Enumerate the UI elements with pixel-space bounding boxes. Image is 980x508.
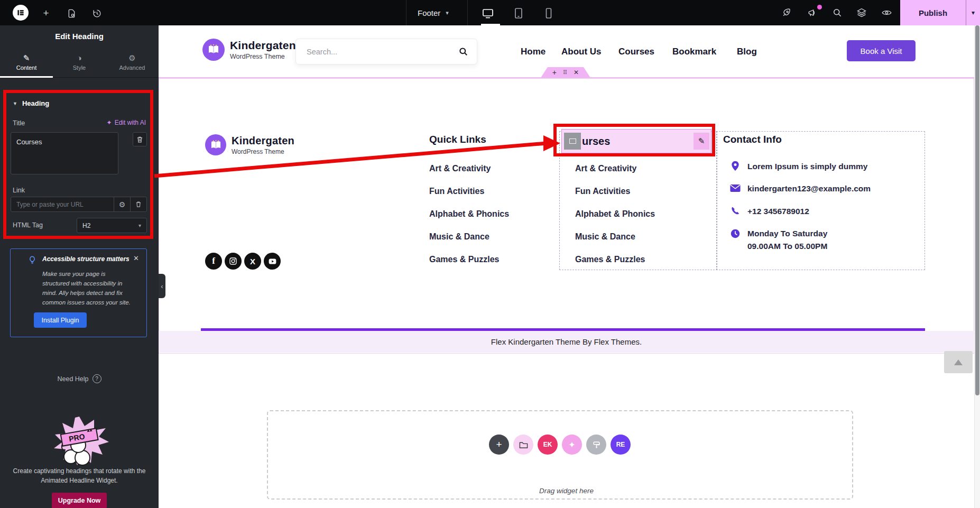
x-twitter-icon[interactable]: X <box>244 253 261 270</box>
html-tag-label: HTML Tag <box>13 221 43 229</box>
ai-sparkle-icon: ✦ <box>107 119 112 126</box>
structure-layers-icon[interactable] <box>856 7 867 19</box>
footer-link[interactable]: Alphabet & Phonics <box>429 209 509 219</box>
edit-with-ai-label: Edit with AI <box>115 119 146 126</box>
nav-bookmark[interactable]: Bookmark <box>672 47 716 57</box>
panel-title: Edit Heading <box>0 32 159 41</box>
heading-section-toggle[interactable]: ▼ Heading <box>13 99 49 107</box>
footer-link[interactable]: Music & Dance <box>575 232 635 242</box>
upgrade-now-button[interactable]: Upgrade Now <box>52 493 107 508</box>
nav-blog[interactable]: Blog <box>737 47 757 57</box>
scroll-to-top-button[interactable] <box>944 351 973 373</box>
link-trash-button[interactable] <box>130 197 146 211</box>
royal-addons-button[interactable]: RE <box>611 435 631 455</box>
add-element-icon[interactable]: + <box>40 7 52 19</box>
device-mobile-icon[interactable] <box>542 6 556 20</box>
search-button[interactable] <box>449 47 477 57</box>
device-tablet-icon[interactable] <box>512 6 525 20</box>
link-field-row: ⚙ <box>11 197 147 212</box>
topbar-divider <box>467 0 468 25</box>
publish-button[interactable]: Publish <box>900 0 966 25</box>
edit-pencil-icon[interactable]: ✎ <box>694 133 709 150</box>
footer-link[interactable]: Fun Activities <box>575 187 630 196</box>
add-section-icon[interactable]: + <box>552 69 557 76</box>
install-plugin-button[interactable]: Install Plugin <box>34 312 87 328</box>
document-switcher[interactable]: Footer ▾ <box>418 0 449 25</box>
publish-options-chevron[interactable]: ▾ <box>966 0 980 25</box>
pro-promo-illustration: PRO <box>48 415 111 466</box>
add-section-button[interactable]: + <box>489 435 509 455</box>
copyright-text: Flex Kindergarten Theme By Flex Themes. <box>491 337 642 346</box>
nav-home[interactable]: Home <box>521 47 546 57</box>
whats-new-megaphone-icon[interactable] <box>807 7 818 19</box>
contact-phone[interactable]: +12 3456789012 <box>747 207 809 216</box>
footer-link[interactable]: Fun Activities <box>429 187 484 196</box>
finder-search-icon[interactable] <box>831 7 843 19</box>
nav-courses[interactable]: Courses <box>618 47 654 57</box>
title-trash-button[interactable] <box>133 132 147 146</box>
tab-style[interactable]: ◑ Style <box>53 48 106 77</box>
template-library-button[interactable] <box>513 435 533 455</box>
preview-scrollbar-thumb[interactable] <box>975 25 979 395</box>
topbar-divider <box>406 0 406 25</box>
need-help-link[interactable]: Need Help ? <box>0 374 159 383</box>
edited-heading-text[interactable]: urses <box>582 135 610 147</box>
rocket-icon[interactable] <box>781 7 792 19</box>
contact-email[interactable]: kindergarten123@example.com <box>747 184 871 193</box>
elementskit-logo: EK <box>543 441 552 448</box>
delete-section-icon[interactable]: ✕ <box>574 69 579 76</box>
facebook-icon[interactable]: f <box>205 253 222 270</box>
elementskit-button[interactable]: EK <box>538 435 558 455</box>
contact-heading: Contact Info <box>723 134 782 145</box>
brand-book-icon <box>205 134 226 155</box>
contact-address: Lorem Ipsum is simply dummy <box>747 162 867 171</box>
lightbulb-icon <box>27 255 37 265</box>
link-field-label: Link <box>13 187 25 194</box>
site-logo[interactable]: Kindergaten WordPress Theme <box>202 39 296 61</box>
ai-button[interactable]: ✦ <box>562 435 582 455</box>
addon-button[interactable] <box>586 435 606 455</box>
link-settings-button[interactable]: ⚙ <box>114 197 130 211</box>
brand-book-icon <box>202 39 225 61</box>
nav-about-us[interactable]: About Us <box>561 47 602 57</box>
trash-icon <box>135 201 142 208</box>
chevron-down-icon: ▾ <box>446 10 449 16</box>
preview-eye-icon[interactable] <box>881 7 892 19</box>
search-input[interactable] <box>296 48 449 56</box>
tab-advanced[interactable]: ⚙ Advanced <box>106 48 159 77</box>
envelope-icon <box>730 184 741 192</box>
title-input[interactable]: Courses <box>11 132 118 174</box>
html-tag-select[interactable]: H2 ▾ <box>77 218 147 233</box>
notice-title: Accessible structure matters <box>42 255 130 263</box>
book-a-visit-button[interactable]: Book a Visit <box>847 40 916 61</box>
elementor-logo[interactable] <box>13 5 29 21</box>
drag-section-icon[interactable]: ⠿ <box>563 70 567 76</box>
html-tag-value: H2 <box>82 222 90 229</box>
heading-inline-editor[interactable]: urses ✎ <box>561 129 711 153</box>
footer-link[interactable]: Alphabet & Phonics <box>575 209 655 219</box>
page-settings-icon[interactable] <box>66 7 77 19</box>
footer-link[interactable]: Art & Creativity <box>575 164 636 173</box>
widget-drag-handle-icon[interactable] <box>564 133 581 150</box>
history-icon[interactable] <box>91 7 103 19</box>
tab-content[interactable]: ✎ Content <box>0 48 53 77</box>
close-icon[interactable]: ✕ <box>133 254 139 262</box>
drag-widget-drop-zone[interactable] <box>267 410 853 500</box>
panel-collapse-handle[interactable]: ‹ <box>159 274 165 298</box>
quick-links-heading[interactable]: Quick Links <box>429 134 486 145</box>
search-icon <box>458 47 468 57</box>
elementor-logo-icon <box>16 8 25 17</box>
site-search <box>295 39 477 64</box>
footer-link[interactable]: Games & Puzzles <box>429 255 500 264</box>
youtube-icon[interactable] <box>264 253 281 270</box>
instagram-icon[interactable] <box>225 253 242 270</box>
footer-link[interactable]: Art & Creativity <box>429 164 491 173</box>
footer-logo[interactable]: Kindergaten WordPress Theme <box>205 134 294 155</box>
edit-with-ai-link[interactable]: ✦ Edit with AI <box>107 119 146 126</box>
footer-link[interactable]: Games & Puzzles <box>575 255 645 264</box>
tab-style-label: Style <box>73 64 86 71</box>
device-desktop-icon[interactable] <box>481 6 495 20</box>
link-url-input[interactable] <box>11 197 114 211</box>
footer-link[interactable]: Music & Dance <box>429 232 489 242</box>
active-device-indicator <box>481 24 500 25</box>
